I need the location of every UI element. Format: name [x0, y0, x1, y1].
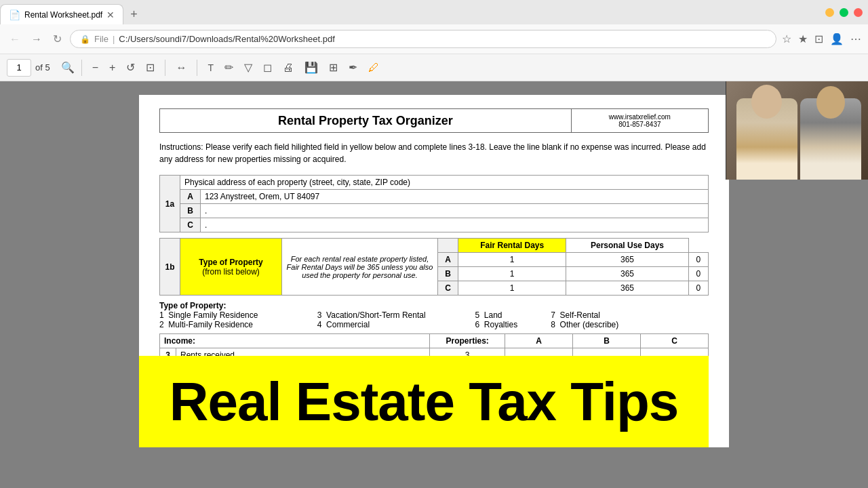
close-button[interactable] — [854, 8, 863, 17]
1b-row-a-fair: 365 — [566, 253, 688, 267]
type-3: 3 Vacation/Short-Term Rental — [317, 310, 475, 320]
file-label: File — [94, 34, 108, 44]
profile-icon[interactable]: 👤 — [830, 33, 844, 45]
minimize-button[interactable] — [825, 8, 834, 17]
type-6: 6 Royalties — [475, 320, 551, 329]
fair-rental-days-header: Fair Rental Days — [458, 239, 566, 253]
tab-close-button[interactable]: ✕ — [106, 9, 115, 20]
rotate-button[interactable]: ↺ — [123, 59, 138, 76]
video-thumbnail — [726, 81, 868, 180]
refresh-button[interactable]: ↻ — [50, 30, 64, 48]
new-tab-button[interactable]: + — [123, 4, 144, 24]
type-4: 4 Commercial — [317, 320, 475, 329]
person-right-head — [816, 86, 845, 119]
1b-row-a-type: 1 — [458, 253, 566, 267]
pdf-header-table: Rental Property Tax Organizer www.irsatx… — [159, 108, 709, 133]
row-b-value: . — [201, 204, 709, 218]
back-button[interactable]: ← — [7, 30, 23, 48]
separator-2 — [165, 60, 165, 76]
erase-button[interactable]: ◻ — [260, 59, 275, 76]
type-5: 5 Land — [475, 310, 551, 320]
1b-row-c-type: 1 — [458, 281, 566, 296]
separator-1 — [81, 60, 82, 76]
window-controls — [825, 0, 863, 24]
instructions-text: Instructions: Please verify each field h… — [159, 141, 709, 165]
print-button[interactable]: 🖨 — [279, 60, 297, 76]
video-people-container — [726, 81, 868, 180]
income-header: Income: — [160, 334, 430, 348]
1b-row-c-fair: 365 — [566, 281, 688, 296]
type-of-property-header-label: Type of Property: — [159, 301, 226, 310]
fit-page-button[interactable]: ⊡ — [142, 59, 158, 76]
row-a-label: A — [180, 190, 201, 204]
pdf-toolbar: 1 of 5 🔍 − + ↺ ⊡ ↔ T ✏ ▽ ◻ 🖨 💾 ⊞ ✒ 🖊 — [0, 54, 868, 81]
type-of-property-header: Type of Property(from list below) — [180, 239, 282, 296]
1b-row-b-type: 1 — [458, 267, 566, 281]
banner-text: Real Estate Tax Tips — [170, 371, 679, 433]
page-total: of 5 — [35, 62, 50, 73]
maximize-button[interactable] — [840, 8, 848, 17]
pdf-contact-line1: www.irsatxrelief.com — [578, 113, 701, 121]
browser-toolbar-icons: ☆ ★ ⊡ 👤 ⋯ — [782, 33, 861, 45]
type-7: 7 Self-Rental — [551, 310, 709, 320]
row-c-label: C — [180, 218, 201, 232]
section-1b-label: 1b — [160, 239, 180, 296]
annotate-button[interactable]: ✒ — [345, 59, 361, 76]
1b-row-a-label: A — [438, 253, 458, 267]
highlight-button[interactable]: 🖊 — [365, 60, 382, 76]
personal-use-header: Personal Use Days — [566, 239, 688, 253]
zoom-out-button[interactable]: − — [89, 60, 102, 76]
forward-button[interactable]: → — [28, 30, 45, 48]
pdf-page: Rental Property Tax Organizer www.irsatx… — [139, 95, 729, 447]
bookmark-icon[interactable]: ☆ — [782, 33, 791, 45]
1b-row-b-fair: 365 — [566, 267, 688, 281]
main-content: Rental Property Tax Organizer www.irsatx… — [0, 81, 868, 488]
section-1a-label: 1a — [160, 176, 180, 232]
1b-row-c-personal: 0 — [688, 281, 708, 296]
browser-window: 📄 Rental Worksheet.pdf ✕ + ← → ↻ 🔒 File … — [0, 0, 868, 488]
1b-row-b-personal: 0 — [688, 267, 708, 281]
more-menu-icon[interactable]: ⋯ — [850, 33, 861, 45]
lock-icon: 🔒 — [80, 35, 90, 44]
row-a-value: 123 Anystreet, Orem, UT 84097 — [201, 190, 709, 204]
bottom-banner: Real Estate Tax Tips — [139, 356, 709, 447]
1b-row-b-label: B — [438, 267, 458, 281]
address-separator: | — [113, 34, 115, 44]
type-2: 2 Multi-Family Residence — [159, 320, 317, 329]
person-left — [736, 98, 797, 180]
address-bar[interactable]: 🔒 File | C:/Users/soundi7/Downloads/Rent… — [70, 30, 776, 48]
fit-width-button[interactable]: ↔ — [172, 60, 190, 76]
1b-row-c-label: C — [438, 281, 458, 296]
tab-bar: 📄 Rental Worksheet.pdf ✕ + — [0, 0, 868, 24]
url-text: C:/Users/soundi7/Downloads/Rental%20Work… — [119, 34, 766, 44]
person-right — [800, 98, 861, 180]
property-type-list: 1 Single Family Residence 3 Vacation/Sho… — [159, 310, 709, 329]
section-1a-table: 1a Physical address of each property (st… — [159, 175, 709, 232]
properties-header: Properties: — [430, 334, 505, 348]
section-1b-table: 1b Type of Property(from list below) For… — [159, 238, 709, 296]
separator-3 — [197, 60, 197, 76]
zoom-in-button[interactable]: + — [106, 60, 119, 76]
row-b-label: B — [180, 204, 201, 218]
col-a-header: A — [505, 334, 573, 348]
tab-title: Rental Worksheet.pdf — [24, 10, 102, 20]
pdf-contact-line2: 801-857-8437 — [578, 121, 701, 128]
favorites-icon[interactable]: ★ — [798, 33, 808, 45]
pdf-title: Rental Property Tax Organizer — [167, 114, 564, 128]
address-bar-row: ← → ↻ 🔒 File | C:/Users/soundi7/Download… — [0, 24, 868, 54]
page-number-input[interactable]: 1 — [7, 59, 31, 77]
row-c-value: . — [201, 218, 709, 232]
section-1a-description: Physical address of each property (stree… — [180, 176, 709, 190]
1b-row-a-personal: 0 — [688, 253, 708, 267]
fair-rental-desc: For each rental real estate property lis… — [282, 239, 438, 296]
collections-icon[interactable]: ⊡ — [814, 33, 823, 45]
draw-button[interactable]: ✏ — [221, 59, 237, 76]
thumbnail-button[interactable]: ⊞ — [326, 59, 341, 76]
search-pdf-icon[interactable]: 🔍 — [61, 61, 75, 74]
save-button[interactable]: 💾 — [301, 59, 321, 76]
active-tab[interactable]: 📄 Rental Worksheet.pdf ✕ — [0, 4, 123, 24]
col-c-header: C — [641, 334, 709, 348]
highlight-arrow-button[interactable]: ▽ — [241, 59, 256, 76]
empty-1b-spacer — [438, 239, 458, 253]
text-select-button[interactable]: T — [204, 60, 217, 75]
